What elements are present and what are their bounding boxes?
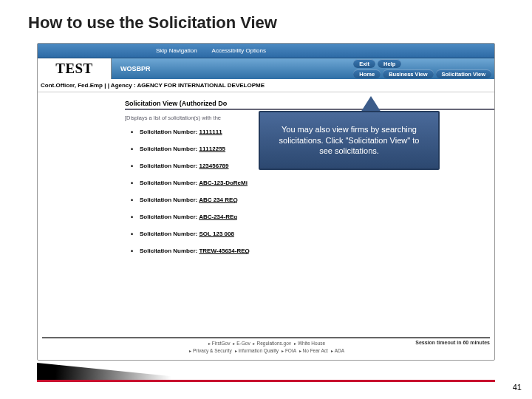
footer-link[interactable]: White House — [298, 341, 325, 346]
nav-buttons: Exit Help Home Business View Solicitatio… — [353, 58, 491, 79]
product-label: WOSBPR — [120, 65, 151, 72]
solicitation-item: Solicitation Number: ABC-123-DoReMi — [131, 180, 494, 186]
accessibility-options-link[interactable]: Accessibility Options — [212, 47, 266, 54]
footer-link[interactable]: No Fear Act — [303, 348, 328, 353]
section-header: Solicitation View (Authorized Do — [125, 95, 494, 110]
footer-link[interactable]: E-Gov — [236, 341, 250, 346]
footer: ▸FirstGov ▸E-Gov ▸Regulations.gov ▸White… — [38, 337, 494, 354]
home-button[interactable]: Home — [353, 69, 381, 78]
solicitation-link[interactable]: 123456789 — [199, 163, 228, 169]
solicitation-label: Solicitation Number: — [140, 163, 199, 169]
solicitation-item: Solicitation Number: ABC-234-REq — [131, 214, 494, 220]
session-timeout-label: Session timeout in 60 minutes — [415, 340, 490, 345]
solicitation-label: Solicitation Number: — [140, 180, 199, 186]
help-button[interactable]: Help — [378, 59, 401, 68]
solicitation-item: Solicitation Number: ABC 234 REQ — [131, 197, 494, 203]
footer-link[interactable]: Privacy & Security — [193, 348, 232, 353]
solicitation-label: Solicitation Number: — [140, 214, 199, 220]
solicitation-link[interactable]: 1111111 — [199, 129, 222, 135]
callout-pointer — [361, 96, 381, 112]
slide-title: How to use the Solicitation View — [0, 0, 532, 33]
solicitation-view-button[interactable]: Solicitation View — [436, 69, 491, 78]
solicitation-link[interactable]: TREW-45634-REQ — [199, 248, 249, 254]
footer-link[interactable]: Regulations.gov — [256, 341, 291, 346]
solicitation-item: Solicitation Number: SOL 123 008 — [131, 231, 494, 237]
logo: TEST — [38, 58, 112, 79]
page-number: 41 — [513, 383, 522, 392]
user-info-bar: Cont.Officer, Fed.Emp | | Agency : AGENC… — [38, 79, 494, 92]
solicitation-label: Solicitation Number: — [140, 248, 199, 254]
footer-link[interactable]: FirstGov — [212, 341, 231, 346]
footer-link[interactable]: Information Quality — [239, 348, 279, 353]
business-view-button[interactable]: Business View — [383, 69, 433, 78]
decorative-red-line — [37, 380, 495, 382]
exit-button[interactable]: Exit — [353, 59, 375, 68]
footer-link[interactable]: ADA — [335, 348, 344, 353]
skip-navigation-link[interactable]: Skip Navigation — [156, 47, 197, 54]
solicitation-label: Solicitation Number: — [140, 146, 199, 152]
solicitation-item: Solicitation Number: TREW-45634-REQ — [131, 248, 494, 254]
solicitation-label: Solicitation Number: — [140, 231, 199, 237]
solicitation-link[interactable]: ABC 234 REQ — [199, 197, 237, 203]
top-bar: Skip Navigation Accessibility Options — [38, 44, 494, 58]
brand-row: TEST WOSBPR Exit Help Home Business View… — [38, 58, 494, 79]
instruction-callout: You may also view firms by searching sol… — [259, 111, 440, 170]
footer-link[interactable]: FOIA — [285, 348, 296, 353]
solicitation-link[interactable]: ABC-123-DoReMi — [199, 180, 248, 186]
solicitation-label: Solicitation Number: — [140, 129, 199, 135]
solicitation-link[interactable]: ABC-234-REq — [199, 214, 237, 220]
solicitation-link[interactable]: SOL 123 008 — [199, 231, 233, 237]
solicitation-link[interactable]: 11112255 — [199, 146, 225, 152]
application-frame: Skip Navigation Accessibility Options TE… — [37, 43, 495, 361]
solicitation-label: Solicitation Number: — [140, 197, 199, 203]
